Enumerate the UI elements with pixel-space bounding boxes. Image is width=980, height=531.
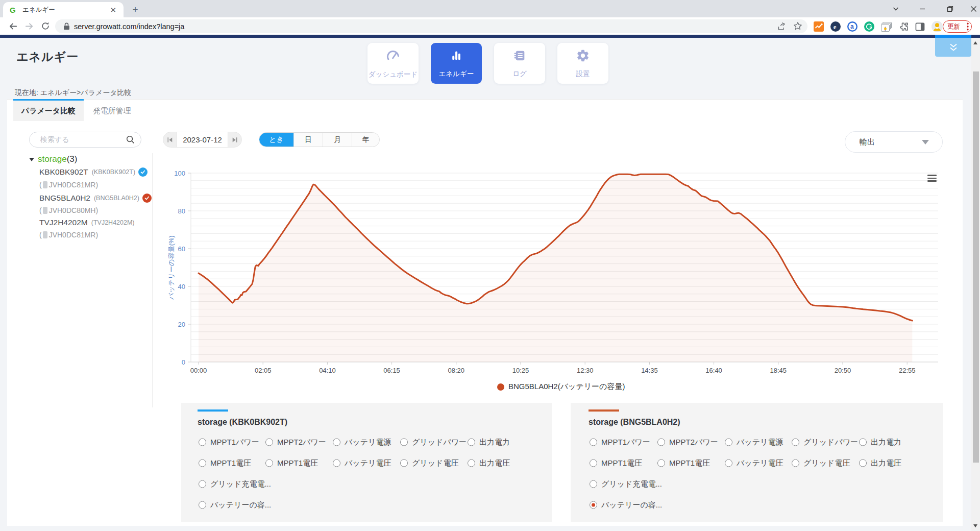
search-input[interactable]: 検索する (29, 132, 141, 148)
date-prev-button[interactable] (163, 132, 177, 147)
scrollbar-down-arrow[interactable] (973, 524, 977, 527)
parameter-radio-option[interactable]: バッテリ電源 (725, 438, 783, 447)
radio-circle-icon[interactable] (400, 439, 408, 446)
parameter-radio-option[interactable]: 出力電力 (859, 438, 901, 447)
chart-legend[interactable]: BNG5BLA0H2(バッテリーの容量) (497, 382, 625, 392)
analytics-ext-icon[interactable] (814, 21, 824, 32)
range-tab-hour[interactable]: とき (259, 133, 294, 147)
radio-circle-icon[interactable] (657, 439, 665, 446)
radio-circle-icon[interactable] (859, 439, 867, 446)
bookmark-star-icon[interactable] (790, 18, 805, 34)
chrome-update-button[interactable]: 更新 (943, 20, 972, 33)
parameter-radio-option[interactable]: グリッド電圧 (792, 458, 850, 468)
parameter-radio-option[interactable]: 出力電圧 (468, 458, 510, 468)
parameter-radio-option[interactable]: グリッドパワー (400, 438, 467, 447)
radio-circle-icon[interactable] (265, 460, 273, 467)
radio-circle-icon[interactable] (657, 460, 665, 467)
parameter-radio-option[interactable]: MPPT1電圧 (657, 458, 710, 468)
side-panel-icon[interactable] (915, 22, 925, 32)
parameter-radio-option[interactable]: 出力電力 (468, 438, 510, 447)
tree-root-row[interactable]: storage(3) (29, 154, 77, 164)
range-tab-month[interactable]: 月 (323, 133, 352, 147)
tree-device-row[interactable]: KBK0BK902T (KBK0BK902T) (39, 167, 148, 177)
page-scrollbar[interactable] (971, 38, 980, 531)
radio-circle-icon[interactable] (725, 460, 732, 467)
radio-circle-icon[interactable] (265, 439, 273, 446)
scrollbar-thumb[interactable] (973, 71, 979, 463)
radio-circle-icon[interactable] (792, 439, 799, 446)
kebab-menu-icon[interactable] (967, 22, 969, 31)
date-next-button[interactable] (228, 132, 241, 147)
export-select[interactable]: 輸出 (845, 131, 943, 153)
parameter-radio-option[interactable]: グリッド充電電... (199, 479, 271, 489)
parameter-radio-option[interactable]: MPPT1電圧 (265, 458, 318, 468)
parameter-radio-option[interactable]: グリッド充電電... (590, 479, 662, 489)
nav-button-settings[interactable]: 設置 (557, 43, 608, 84)
scrollbar-up-arrow[interactable] (973, 41, 977, 44)
tab-parameter-comparison[interactable]: パラメータ比較 (13, 101, 84, 121)
radio-circle-icon[interactable] (468, 460, 475, 467)
nav-button-dashboard[interactable]: ダッシュボード (368, 43, 419, 84)
tree-caret-down-icon[interactable] (29, 158, 34, 161)
evernote-ext-icon[interactable]: e (830, 21, 841, 32)
parameter-radio-option[interactable]: バッテリ電源 (333, 438, 391, 447)
chart-menu-hamburger-icon[interactable] (927, 175, 937, 182)
search-icon[interactable] (126, 135, 135, 144)
parameter-radio-option[interactable]: MPPT1パワー (590, 438, 650, 447)
radio-circle-icon[interactable] (468, 439, 475, 446)
window-minimize-button[interactable] (912, 0, 933, 17)
radio-circle-icon[interactable] (590, 439, 597, 446)
tree-datalogger-row[interactable]: (JVH0DC81MR) (39, 181, 98, 189)
date-value[interactable]: 2023-07-12 (177, 132, 228, 147)
tab-search-chevron-icon[interactable] (885, 0, 906, 17)
parameter-radio-option[interactable]: MPPT2パワー (657, 438, 718, 447)
parameter-radio-option[interactable]: 出力電圧 (859, 458, 901, 468)
range-tab-day[interactable]: 日 (294, 133, 323, 147)
parameter-radio-option[interactable]: MPPT1パワー (199, 438, 259, 447)
radio-circle-icon[interactable] (725, 439, 732, 446)
radio-circle-icon[interactable] (590, 480, 597, 488)
tree-datalogger-row[interactable]: (JVH0DC81MR) (39, 231, 98, 239)
amazon-ext-icon[interactable]: a (847, 21, 857, 32)
forward-icon[interactable] (21, 18, 37, 34)
profile-avatar[interactable] (932, 21, 943, 32)
grammarly-ext-icon[interactable] (864, 21, 874, 32)
radio-circle-icon[interactable] (590, 460, 597, 467)
tree-device-row[interactable]: TVJ2H4202M (TVJ2H4202M) (39, 218, 135, 227)
radio-circle-icon[interactable] (199, 501, 206, 509)
nav-button-energy[interactable]: エネルギー (431, 43, 482, 84)
radio-circle-icon[interactable] (333, 439, 340, 446)
radio-circle-icon[interactable] (859, 460, 867, 467)
parameter-radio-option[interactable]: MPPT1電圧 (590, 458, 642, 468)
radio-circle-icon[interactable] (792, 460, 799, 467)
radio-circle-icon[interactable] (400, 460, 408, 467)
puzzle-extensions-icon[interactable] (898, 21, 909, 32)
share-icon[interactable] (774, 18, 789, 34)
radio-circle-icon[interactable] (590, 501, 597, 509)
new-tab-button[interactable]: + (129, 3, 142, 16)
parameter-radio-option[interactable]: バッテリーの容... (199, 500, 271, 510)
tree-device-row[interactable]: BNG5BLA0H2 (BNG5BLA0H2) (39, 194, 152, 203)
radio-circle-icon[interactable] (199, 480, 206, 488)
back-icon[interactable] (5, 18, 20, 34)
reload-icon[interactable] (38, 18, 53, 34)
photos-ext-icon[interactable] (881, 22, 892, 32)
expand-topbar-button[interactable] (935, 38, 971, 57)
radio-circle-icon[interactable] (199, 439, 206, 446)
radio-circle-icon[interactable] (333, 460, 340, 467)
tab-plant-management[interactable]: 発電所管理 (84, 101, 140, 121)
parameter-radio-option[interactable]: バッテリーの容... (590, 500, 662, 510)
nav-button-log[interactable]: ログ (494, 43, 545, 84)
parameter-radio-option[interactable]: バッテリ電圧 (333, 458, 391, 468)
tab-close-icon[interactable]: ✕ (108, 5, 118, 15)
parameter-radio-option[interactable]: グリッド電圧 (400, 458, 458, 468)
parameter-radio-option[interactable]: バッテリ電圧 (725, 458, 783, 468)
parameter-radio-option[interactable]: MPPT2パワー (265, 438, 326, 447)
parameter-radio-option[interactable]: グリッドパワー (792, 438, 858, 447)
tree-datalogger-row[interactable]: (JVH0DC80MH) (39, 206, 98, 214)
window-restore-button[interactable] (939, 0, 961, 17)
range-tab-year[interactable]: 年 (352, 133, 379, 147)
parameter-radio-option[interactable]: MPPT1電圧 (199, 458, 251, 468)
browser-tab[interactable]: G エネルギー ✕ (3, 2, 124, 17)
window-close-button[interactable] (963, 0, 980, 17)
